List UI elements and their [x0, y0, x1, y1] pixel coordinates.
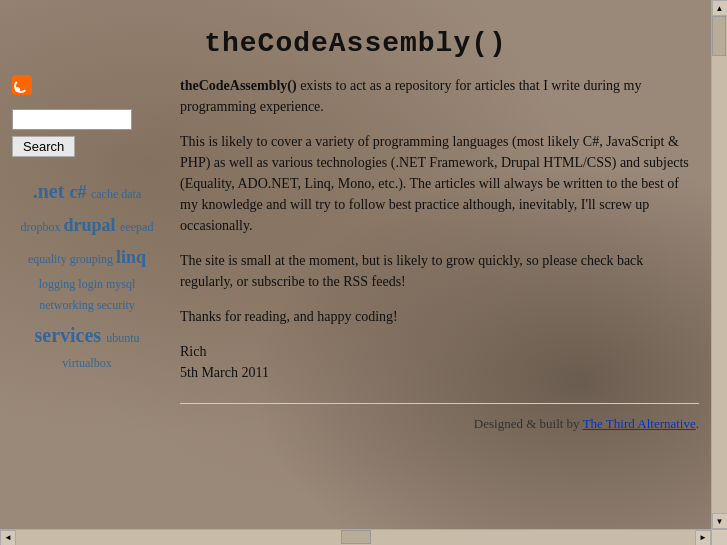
intro-paragraph: theCodeAssembly() exists to act as a rep…	[180, 75, 699, 117]
search-input[interactable]	[12, 109, 132, 130]
intro-strong: theCodeAssembly()	[180, 78, 297, 93]
down-arrow-icon: ▼	[716, 517, 724, 526]
tag-csharp[interactable]: c#	[69, 182, 91, 202]
tag-equality[interactable]: equality	[28, 252, 70, 266]
tags-section: .net c# cache data dropbox drupal eeepad…	[12, 173, 162, 375]
tag-login[interactable]: login	[78, 277, 106, 291]
tag-mysql[interactable]: mysql	[106, 277, 135, 291]
main-scroll-container[interactable]: theCodeAssembly() Search .net c# cache d…	[0, 0, 711, 529]
scroll-right-button[interactable]: ►	[695, 530, 711, 546]
sidebar: Search .net c# cache data dropbox drupal…	[12, 75, 172, 375]
tag-dotnet[interactable]: .net	[33, 180, 70, 202]
scroll-down-button[interactable]: ▼	[712, 513, 728, 529]
tag-security[interactable]: security	[97, 298, 135, 312]
tag-linq[interactable]: linq	[116, 247, 146, 267]
scroll-left-button[interactable]: ◄	[0, 530, 16, 546]
scrollbar-corner	[711, 529, 727, 545]
tag-data[interactable]: data	[121, 187, 141, 201]
tag-drupal[interactable]: drupal	[64, 215, 121, 235]
tag-logging[interactable]: logging	[39, 277, 79, 291]
para3: The site is small at the moment, but is …	[180, 250, 699, 292]
para4: Thanks for reading, and happy coding!	[180, 306, 699, 327]
scroll-h-track[interactable]	[16, 530, 695, 545]
rss-icon[interactable]	[12, 75, 32, 95]
footer-suffix: .	[696, 416, 699, 431]
scroll-v-thumb[interactable]	[712, 16, 726, 56]
author-date: 5th March 2011	[180, 362, 699, 383]
scroll-v-track[interactable]	[712, 16, 727, 513]
scroll-h-thumb[interactable]	[341, 530, 371, 544]
author-block: Rich 5th March 2011	[180, 341, 699, 383]
right-arrow-icon: ►	[699, 533, 707, 542]
tag-services[interactable]: services	[35, 324, 107, 346]
tag-grouping[interactable]: grouping	[70, 252, 116, 266]
up-arrow-icon: ▲	[716, 4, 724, 13]
para2: This is likely to cover a variety of pro…	[180, 131, 699, 236]
tag-dropbox[interactable]: dropbox	[21, 220, 64, 234]
horizontal-scrollbar: ◄ ►	[0, 529, 711, 545]
site-title: theCodeAssembly()	[12, 28, 699, 59]
footer-credit: Designed & built by The Third Alternativ…	[180, 403, 699, 434]
left-arrow-icon: ◄	[4, 533, 12, 542]
footer-prefix: Designed & built by	[474, 416, 583, 431]
vertical-scrollbar: ▲ ▼	[711, 0, 727, 529]
tag-networking[interactable]: networking	[39, 298, 97, 312]
main-content: theCodeAssembly() exists to act as a rep…	[172, 75, 699, 434]
tag-virtualbox[interactable]: virtualbox	[62, 356, 111, 370]
site-header: theCodeAssembly()	[12, 10, 699, 75]
scroll-up-button[interactable]: ▲	[712, 0, 728, 16]
search-button[interactable]: Search	[12, 136, 75, 157]
tag-ubuntu[interactable]: ubuntu	[106, 331, 139, 345]
content-area: Search .net c# cache data dropbox drupal…	[12, 75, 699, 434]
page-wrapper: theCodeAssembly() Search .net c# cache d…	[0, 0, 711, 520]
footer-link[interactable]: The Third Alternative	[583, 416, 696, 431]
tag-eeepad[interactable]: eeepad	[120, 220, 153, 234]
tag-cache[interactable]: cache	[91, 187, 121, 201]
author-name: Rich	[180, 341, 699, 362]
